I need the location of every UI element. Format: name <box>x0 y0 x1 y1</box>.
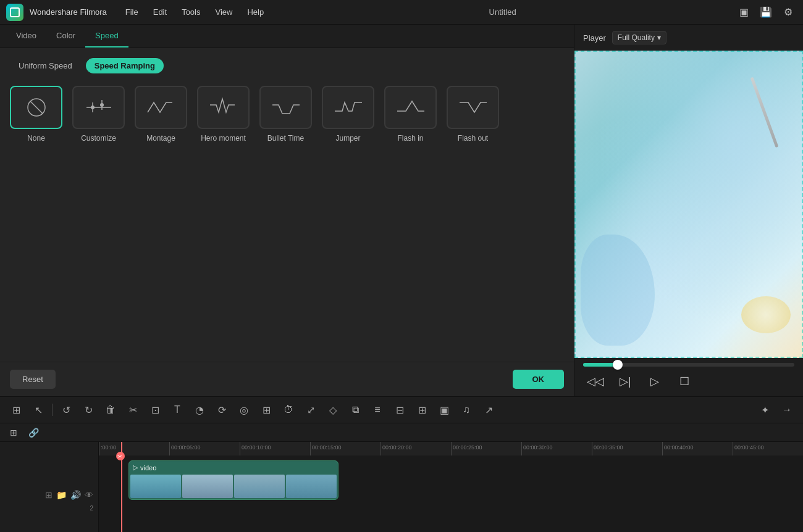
tracks-container: ✂ ▷ video <box>99 455 803 532</box>
settings-icon[interactable]: ⚙ <box>780 4 797 21</box>
text-icon[interactable]: T <box>167 400 187 420</box>
circle-tool-icon[interactable]: ◎ <box>234 400 254 420</box>
toolbar-right: ✦ → <box>755 400 797 420</box>
ruler-mark-2: 00:00:10:00 <box>240 442 310 455</box>
split-icon[interactable]: ⊟ <box>390 400 410 420</box>
progress-knob[interactable] <box>613 360 623 370</box>
select-tool-icon[interactable]: ↖ <box>28 400 48 420</box>
rewind-button[interactable]: ◁◁ <box>586 372 605 391</box>
preset-montage[interactable]: Montage <box>135 86 187 143</box>
layer-icon[interactable]: ⊞ <box>256 400 276 420</box>
preset-thumb-flashout <box>447 86 499 129</box>
tab-speed[interactable]: Speed <box>85 25 128 48</box>
arrow-right-icon[interactable]: → <box>777 400 797 420</box>
ruler-mark-0: :00:00 <box>99 442 169 455</box>
svg-line-1 <box>30 101 43 114</box>
redo-icon[interactable]: ↻ <box>78 400 98 420</box>
menu-file[interactable]: File <box>119 5 145 19</box>
playhead-handle[interactable]: ✂ <box>116 452 125 460</box>
clip-thumb-1 <box>130 475 181 498</box>
play-button[interactable]: ▷ <box>645 372 665 391</box>
preset-label-flashout: Flash out <box>458 134 488 143</box>
progress-fill <box>583 363 615 367</box>
svg-text:✂: ✂ <box>117 453 122 460</box>
menu-edit[interactable]: Edit <box>147 5 173 19</box>
reset-button[interactable]: Reset <box>10 370 56 389</box>
add-track-icon[interactable]: ⊞ <box>6 425 21 440</box>
chevron-down-icon: ▾ <box>657 33 661 42</box>
preset-bullet-time[interactable]: Bullet Time <box>259 86 312 143</box>
jumper-icon <box>330 94 367 121</box>
delete-icon[interactable]: 🗑 <box>101 400 120 420</box>
menu-help[interactable]: Help <box>241 5 270 19</box>
panel-tabs: Video Color Speed <box>0 25 574 48</box>
menu-view[interactable]: View <box>209 5 238 19</box>
video-clip[interactable]: ▷ video <box>128 460 338 500</box>
preset-label-jumper: Jumper <box>335 134 360 143</box>
clip-thumb-2 <box>182 475 233 498</box>
bars-icon[interactable]: ≡ <box>368 400 387 420</box>
svg-point-6 <box>100 103 104 107</box>
clock-icon[interactable]: ◔ <box>190 400 209 420</box>
save-icon[interactable]: 💾 <box>757 4 775 21</box>
tab-color[interactable]: Color <box>46 25 85 48</box>
ruler-mark-5: 00:00:25:00 <box>451 442 521 455</box>
preset-jumper[interactable]: Jumper <box>322 86 374 143</box>
preset-thumb-bullet <box>259 86 312 129</box>
speed-subtabs: Uniform Speed Speed Ramping <box>10 58 564 73</box>
merge-icon[interactable]: ⊞ <box>412 400 432 420</box>
timer-icon[interactable]: ⏱ <box>279 400 298 420</box>
preset-label-bullet: Bullet Time <box>267 134 304 143</box>
subtab-speed-ramping[interactable]: Speed Ramping <box>86 58 164 73</box>
preset-thumb-customize <box>72 86 125 129</box>
stop-button[interactable]: ☐ <box>675 372 694 391</box>
undo-icon[interactable]: ↺ <box>56 400 76 420</box>
diamond-icon[interactable]: ◇ <box>323 400 343 420</box>
crop-icon[interactable]: ⊡ <box>145 400 165 420</box>
preset-label-customize: Customize <box>81 134 116 143</box>
right-panel: Player Full Quality ▾ ◁◁ ▷| <box>574 25 803 396</box>
quality-value: Full Quality <box>618 33 655 42</box>
volume-icon[interactable]: 🔊 <box>70 490 81 500</box>
speaker-icon[interactable]: ♫ <box>456 400 476 420</box>
folder-icon[interactable]: 📁 <box>56 490 67 500</box>
ok-button[interactable]: OK <box>513 370 565 389</box>
svg-point-5 <box>91 106 95 109</box>
monitor-icon[interactable]: ▣ <box>735 4 752 21</box>
timeline-body: ⊞ 📁 🔊 👁 2 :00:00 00:00:05:00 00:00:10:00… <box>0 442 803 532</box>
none-icon <box>18 94 55 121</box>
preset-flash-in[interactable]: Flash in <box>384 86 437 143</box>
playback-buttons: ◁◁ ▷| ▷ ☐ <box>583 372 794 391</box>
grid-icon[interactable]: ⊞ <box>45 490 53 500</box>
sparkle-icon[interactable]: ✦ <box>755 400 775 420</box>
refresh-icon[interactable]: ⟳ <box>212 400 232 420</box>
montage-icon <box>143 94 180 121</box>
playhead-top: ✂ <box>116 452 125 460</box>
menu-tools[interactable]: Tools <box>175 5 206 19</box>
bullet-icon <box>267 94 305 121</box>
clip-label: ▷ video <box>133 463 156 472</box>
cursor2-icon[interactable]: ↗ <box>479 400 498 420</box>
preset-hero-moment[interactable]: Hero moment <box>197 86 250 143</box>
quality-select[interactable]: Full Quality ▾ <box>612 31 666 44</box>
ruler-mark-6: 00:00:30:00 <box>521 442 592 455</box>
ruler-marks: :00:00 00:00:05:00 00:00:10:00 00:00:15:… <box>99 442 803 455</box>
preset-thumb-jumper <box>322 86 374 129</box>
tab-video[interactable]: Video <box>6 25 46 48</box>
track-control-icons: ⊞ 📁 🔊 👁 <box>45 490 93 500</box>
sliders-icon[interactable]: ⧉ <box>345 400 365 420</box>
grid-view-icon[interactable]: ⊞ <box>6 400 26 420</box>
preset-flash-out[interactable]: Flash out <box>447 86 499 143</box>
preset-none[interactable]: None <box>10 86 62 143</box>
video-clip-icon[interactable]: ▣ <box>434 400 454 420</box>
preset-customize[interactable]: Customize <box>72 86 125 143</box>
preset-label-none: None <box>27 134 45 143</box>
clip-name: video <box>140 464 156 472</box>
eye-icon[interactable]: 👁 <box>85 490 93 500</box>
step-back-button[interactable]: ▷| <box>615 372 635 391</box>
expand-icon[interactable]: ⤢ <box>301 400 321 420</box>
cut-icon[interactable]: ✂ <box>123 400 143 420</box>
subtab-uniform-speed[interactable]: Uniform Speed <box>10 58 81 73</box>
progress-bar[interactable] <box>583 363 794 367</box>
link-icon[interactable]: 🔗 <box>26 425 41 440</box>
